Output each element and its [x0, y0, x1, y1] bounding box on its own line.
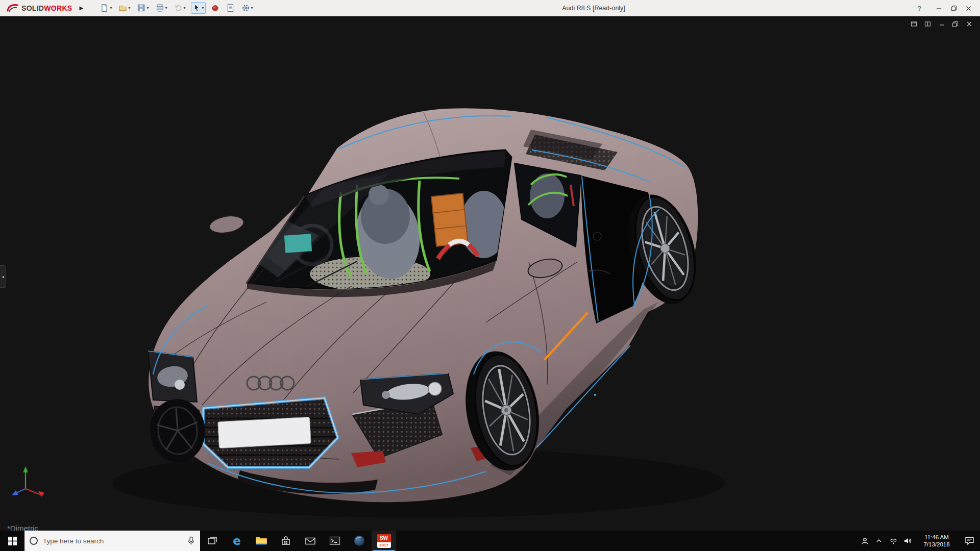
minimize-icon [936, 6, 942, 11]
people-icon[interactable] [857, 531, 872, 551]
restore-icon [952, 21, 959, 28]
restore-icon [951, 5, 957, 11]
open-folder-icon [118, 4, 127, 12]
cortana-icon [30, 537, 38, 545]
window-icon [924, 21, 931, 27]
brand-text: SOLIDWORKS [21, 4, 72, 12]
collapsed-panel-tab[interactable]: ◂ [0, 265, 6, 288]
chevron-down-icon[interactable]: ▾ [251, 6, 253, 10]
folder-icon [255, 536, 267, 546]
windshield[interactable] [247, 150, 511, 297]
close-button[interactable] [962, 2, 975, 15]
document-window-controls [910, 20, 973, 28]
taskbar-search[interactable] [24, 531, 200, 551]
microphone-icon[interactable] [187, 536, 195, 545]
gear-icon [241, 4, 250, 12]
mail-icon[interactable] [298, 531, 323, 551]
select-cursor-icon [192, 4, 201, 12]
shopping-bag-icon [280, 535, 291, 546]
options-button[interactable]: ▾ [240, 2, 255, 14]
open-button[interactable]: ▾ [117, 2, 132, 14]
show-hidden-icons-chevron[interactable] [872, 531, 886, 551]
solidworks-app-logo: SW 2017 [377, 534, 391, 548]
chevron-down-icon[interactable]: ▾ [128, 6, 130, 10]
car-model-audi-r8[interactable] [0, 16, 980, 531]
network-icon[interactable] [886, 531, 900, 551]
search-input[interactable] [43, 537, 182, 545]
solidworks-ds-icon [6, 3, 19, 13]
round-blue-app-logo [353, 535, 365, 547]
save-floppy-icon [137, 4, 145, 12]
license-plate [218, 417, 311, 448]
chevron-down-icon[interactable]: ▾ [165, 6, 167, 10]
restore-button[interactable] [947, 2, 961, 15]
windows-logo-icon [8, 537, 17, 545]
command-prompt-icon[interactable] [323, 531, 347, 551]
solidworks-logo: SOLIDWORKS [0, 3, 72, 13]
undo-arrow-icon [174, 4, 183, 12]
red-dot-icon [211, 4, 219, 12]
close-icon [966, 21, 972, 27]
taskbar: e [0, 531, 980, 551]
front-grille[interactable] [202, 398, 339, 467]
record-button[interactable] [209, 2, 221, 14]
toolbar-flyout-arrow[interactable]: ▶ [77, 5, 85, 11]
window-controls: ? [913, 0, 975, 16]
solidworks-2017-icon[interactable]: SW 2017 [372, 531, 396, 551]
envelope-icon [305, 536, 316, 545]
doc-restore-button[interactable] [951, 20, 959, 28]
orientation-triad [7, 465, 53, 502]
date-text: 7/13/2018 [915, 541, 959, 548]
edge-logo: e [233, 535, 241, 547]
action-center-icon[interactable] [959, 531, 980, 551]
float-window-button[interactable] [910, 20, 918, 28]
file-explorer-icon[interactable] [249, 531, 274, 551]
window-title: Audi R8 S [Read-only] [562, 5, 625, 12]
new-document-icon [100, 4, 109, 12]
panel-tab-arrow-icon: ◂ [2, 274, 4, 279]
minimize-button[interactable] [932, 2, 945, 15]
doc-minimize-button[interactable] [938, 20, 945, 28]
print-button[interactable]: ▾ [154, 2, 169, 14]
print-icon [156, 4, 164, 12]
clock[interactable]: 11:46 AM 7/13/2018 [915, 534, 959, 548]
start-button[interactable] [0, 531, 24, 551]
chevron-down-icon[interactable]: ▾ [110, 6, 112, 10]
view-orientation-label: *Dimetric [7, 524, 38, 531]
store-icon[interactable] [274, 531, 298, 551]
titlebar: SOLIDWORKS ▶ ▾ ▾ ▾ [0, 0, 980, 16]
blue-sphere-app-icon[interactable] [347, 531, 372, 551]
new-document-button[interactable]: ▾ [99, 2, 113, 14]
volume-icon[interactable] [900, 531, 915, 551]
tile-window-button[interactable] [924, 20, 932, 28]
help-button[interactable]: ? [913, 2, 926, 15]
system-tray: 11:46 AM 7/13/2018 [857, 531, 980, 551]
edge-browser-icon[interactable]: e [225, 531, 249, 551]
minimize-icon [939, 21, 945, 27]
chevron-down-icon[interactable]: ▾ [146, 6, 149, 10]
task-view-icon [208, 536, 217, 546]
save-button[interactable]: ▾ [135, 2, 150, 14]
terminal-icon [329, 536, 340, 545]
close-icon [966, 6, 971, 11]
chevron-down-icon[interactable]: ▾ [202, 6, 204, 10]
3d-viewport[interactable]: ◂ *Dimetric [0, 16, 980, 531]
task-view-button[interactable] [200, 531, 225, 551]
undo-button[interactable]: ▾ [173, 2, 187, 14]
standard-toolbar: ▾ ▾ ▾ ▾ [99, 2, 254, 14]
file-properties-icon [226, 4, 235, 12]
select-tool-button[interactable]: ▾ [191, 2, 206, 14]
side-mirror-left[interactable] [208, 213, 246, 235]
window-icon [911, 21, 917, 27]
headlight-left[interactable] [148, 351, 197, 402]
chevron-down-icon[interactable]: ▾ [184, 6, 186, 10]
file-properties-button[interactable] [225, 2, 236, 14]
doc-close-button[interactable] [965, 20, 973, 28]
time-text: 11:46 AM [915, 534, 959, 541]
